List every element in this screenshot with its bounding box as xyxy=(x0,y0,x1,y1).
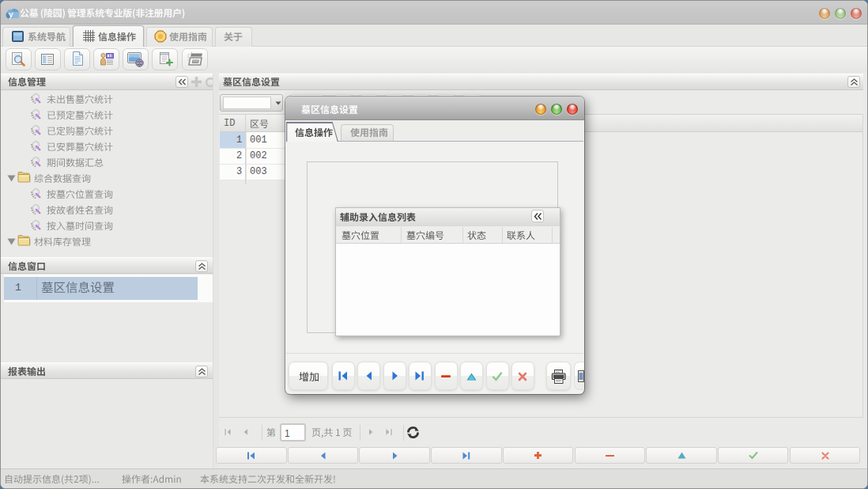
svg-text:y: y xyxy=(9,10,13,19)
